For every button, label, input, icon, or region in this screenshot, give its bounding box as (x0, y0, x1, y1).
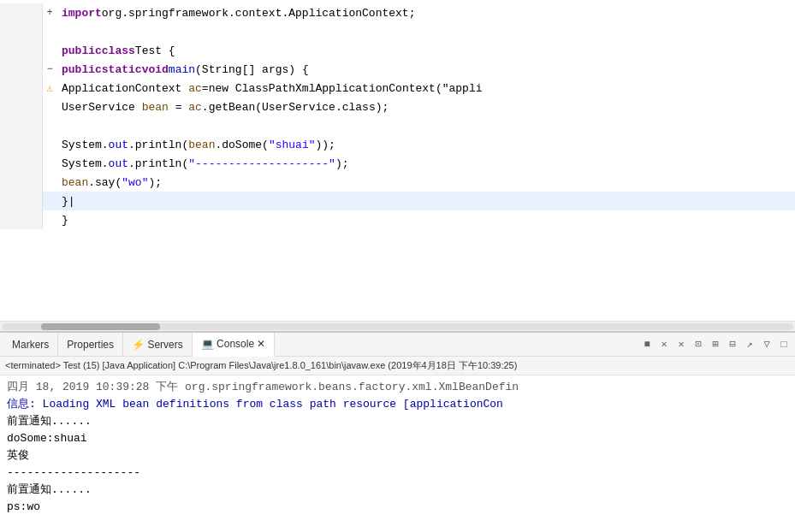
console-line: 前置通知...... (7, 482, 788, 499)
tab-servers[interactable]: ⚡ Servers (123, 333, 193, 357)
terminate-button[interactable]: ✕ (656, 337, 672, 352)
code-line: System.out.println("--------------------… (0, 154, 795, 173)
clear-button[interactable]: ⊡ (691, 337, 706, 352)
code-line: System.out.println(bean.doSome("shuai"))… (0, 135, 795, 154)
maximize-button[interactable]: □ (776, 337, 792, 352)
scroll-lock-button[interactable]: ⊞ (708, 337, 723, 352)
stop-button[interactable]: ■ (639, 337, 655, 352)
line-code: System.out.println("--------------------… (56, 154, 348, 173)
scroll-track[interactable] (2, 323, 793, 330)
console-toolbar-text: <terminated> Test (15) [Java Application… (5, 359, 790, 372)
line-code: System.out.println(bean.doSome("shuai"))… (56, 135, 335, 154)
console-line: doSome:shuai (7, 430, 788, 447)
line-gutter (0, 116, 43, 135)
console-line: -------------------- (7, 464, 788, 482)
line-gutter (0, 192, 43, 210)
line-icon (43, 116, 56, 135)
console-line: 四月 18, 2019 10:39:28 下午 org.springframew… (7, 379, 788, 396)
code-line: UserService bean = ac.getBean(UserServic… (0, 98, 795, 116)
console-line: ps:wo (7, 499, 788, 516)
word-wrap-button[interactable]: ⊟ (725, 337, 740, 352)
line-gutter (0, 3, 43, 22)
line-gutter (0, 79, 43, 98)
line-code (56, 22, 62, 41)
line-icon (43, 192, 56, 210)
console-line: 信息: Loading XML bean definitions from cl… (7, 396, 788, 413)
line-icon (43, 22, 56, 41)
minimize-button[interactable]: ▽ (759, 337, 774, 352)
line-gutter (0, 210, 43, 229)
line-code: public static void main(String[] args) { (56, 60, 309, 79)
tab-markers[interactable]: Markers (3, 333, 58, 357)
line-gutter (0, 98, 43, 116)
remove-button[interactable]: ✕ (673, 337, 689, 352)
line-icon (43, 41, 56, 60)
console-toolbar: <terminated> Test (15) [Java Application… (0, 357, 795, 375)
line-code (56, 116, 62, 135)
code-line (0, 22, 795, 41)
tab-bar: Markers Properties ⚡ Servers 💻 Console ✕… (0, 333, 795, 357)
code-content: +import org.springframework.context.Appl… (0, 0, 795, 321)
line-icon (43, 135, 56, 154)
line-code: ApplicationContext ac=new ClassPathXmlAp… (56, 79, 483, 98)
open-console-button[interactable]: ↗ (742, 337, 757, 352)
line-code: }| (56, 192, 75, 210)
line-icon: − (43, 60, 56, 79)
line-code: public class Test { (56, 41, 175, 60)
line-icon (43, 154, 56, 173)
line-icon (43, 98, 56, 116)
line-gutter (0, 60, 43, 79)
scroll-thumb[interactable] (41, 323, 160, 330)
console-line: 前置通知...... (7, 413, 788, 430)
code-line: +import org.springframework.context.Appl… (0, 3, 795, 22)
code-line: bean.say("wo"); (0, 173, 795, 192)
code-line: public class Test { (0, 41, 795, 60)
code-line (0, 116, 795, 135)
editor-area: +import org.springframework.context.Appl… (0, 0, 795, 331)
code-line: } (0, 210, 795, 229)
console-line: 英俊 (7, 447, 788, 464)
line-gutter (0, 41, 43, 60)
code-line: }| (0, 192, 795, 210)
line-gutter (0, 22, 43, 41)
line-code: bean.say("wo"); (56, 173, 162, 192)
line-area: +import org.springframework.context.Appl… (0, 0, 795, 229)
line-gutter (0, 173, 43, 192)
tab-properties[interactable]: Properties (58, 333, 123, 357)
line-icon (43, 210, 56, 229)
line-code: } (56, 210, 68, 229)
editor-scrollbar[interactable] (0, 321, 795, 331)
line-gutter (0, 135, 43, 154)
console-output: 四月 18, 2019 10:39:28 下午 org.springframew… (0, 375, 795, 532)
line-icon: ⚠ (43, 79, 56, 98)
tab-console[interactable]: 💻 Console ✕ (193, 333, 276, 357)
code-line: ⚠ ApplicationContext ac=new ClassPathXml… (0, 79, 795, 98)
bottom-panel: Markers Properties ⚡ Servers 💻 Console ✕… (0, 331, 795, 532)
code-line: − public static void main(String[] args)… (0, 60, 795, 79)
line-gutter (0, 154, 43, 173)
tab-actions: ■ ✕ ✕ ⊡ ⊞ ⊟ ↗ ▽ □ (639, 337, 792, 352)
line-code: UserService bean = ac.getBean(UserServic… (56, 98, 389, 116)
line-icon (43, 173, 56, 192)
line-icon: + (43, 3, 56, 22)
line-code: import org.springframework.context.Appli… (56, 3, 415, 22)
